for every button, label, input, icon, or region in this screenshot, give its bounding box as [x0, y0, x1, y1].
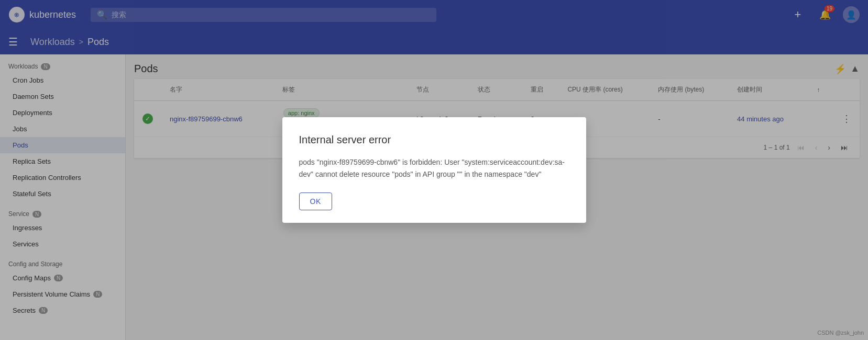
- dialog-overlay: Internal server error pods "nginx-f89759…: [126, 54, 868, 340]
- dialog-ok-button[interactable]: OK: [299, 192, 332, 210]
- error-dialog: Internal server error pods "nginx-f89759…: [282, 117, 586, 223]
- dialog-actions: OK: [299, 192, 569, 210]
- main-layout: Workloads N Cron Jobs Daemon Sets Deploy…: [0, 54, 868, 340]
- dialog-message: pods "nginx-f89759699-cbnw6" is forbidde…: [299, 156, 569, 180]
- content-area: Pods ⚡ ▲ 名字 标签 节点 状态 重启 CPU 使用率 (cores): [126, 54, 868, 340]
- dialog-title: Internal server error: [299, 134, 569, 146]
